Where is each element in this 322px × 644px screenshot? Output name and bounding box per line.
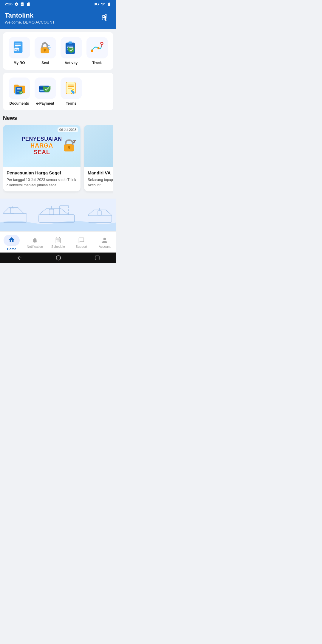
header: Tantolink Welcome, DEMO ACCOUNT bbox=[0, 8, 116, 29]
news-card-1-image: PENYESUAIAN HARGA SEAL bbox=[3, 125, 80, 167]
news-2-title: Mandiri VA bbox=[88, 170, 113, 175]
documents-icon-wrap bbox=[9, 78, 30, 99]
network-label: 3G bbox=[94, 2, 99, 6]
android-nav-bar bbox=[0, 253, 116, 263]
news-section: News PENYESUAIAN HARGA SEAL bbox=[0, 110, 116, 196]
header-subtitle: Welcome, DEMO ACCOUNT bbox=[5, 20, 55, 24]
epayment-label: e-Payment bbox=[36, 101, 54, 106]
news-1-date: 06 Jul 2023 bbox=[58, 127, 78, 132]
battery-icon bbox=[107, 2, 112, 6]
menu-item-activity[interactable]: Activity bbox=[60, 37, 83, 65]
svg-rect-13 bbox=[67, 46, 73, 47]
qr-icon bbox=[101, 14, 110, 22]
menu-item-epayment[interactable]: e-Payment bbox=[34, 78, 57, 106]
activity-label: Activity bbox=[65, 61, 78, 65]
menu-item-documents[interactable]: Documents bbox=[8, 78, 31, 106]
ship-illustration bbox=[0, 199, 116, 231]
status-right: 3G bbox=[94, 2, 112, 6]
svg-text:RO: RO bbox=[15, 49, 18, 51]
svg-rect-24 bbox=[17, 91, 20, 92]
svg-rect-33 bbox=[67, 88, 72, 89]
epayment-icon-wrap bbox=[35, 78, 56, 99]
menu-item-terms[interactable]: Terms bbox=[60, 78, 83, 106]
news-title: News bbox=[3, 115, 113, 121]
svg-point-19 bbox=[101, 43, 103, 44]
seal-icon-wrap bbox=[35, 37, 56, 58]
nav-item-support[interactable]: Support bbox=[72, 237, 90, 248]
svg-rect-22 bbox=[17, 88, 21, 89]
support-icon bbox=[78, 237, 85, 244]
home-icon bbox=[8, 236, 15, 243]
account-icon bbox=[101, 237, 108, 244]
nav-account-label: Account bbox=[99, 245, 111, 248]
menu-item-track[interactable]: Track bbox=[86, 37, 109, 65]
recents-button[interactable] bbox=[95, 255, 100, 261]
news-1-desc: Per tanggal 10 Juli 2023 semua saldo TLi… bbox=[7, 177, 77, 188]
terms-icon bbox=[64, 80, 79, 96]
menu-empty-slot bbox=[86, 78, 109, 106]
activity-icon-wrap bbox=[61, 37, 82, 58]
svg-rect-7 bbox=[17, 50, 19, 51]
svg-rect-23 bbox=[17, 89, 21, 90]
track-icon-wrap bbox=[86, 37, 108, 58]
track-label: Track bbox=[92, 61, 102, 65]
news-card-2-image: T link T bbox=[84, 125, 113, 167]
schedule-icon bbox=[55, 237, 61, 244]
my-ro-icon-wrap: RO bbox=[9, 37, 30, 58]
svg-rect-2 bbox=[15, 45, 21, 46]
status-time: 2:26 bbox=[5, 2, 13, 6]
qr-button[interactable] bbox=[100, 12, 112, 24]
seal-label: Seal bbox=[41, 61, 49, 65]
menu-item-seal[interactable]: Seal bbox=[34, 37, 57, 65]
news-card-1[interactable]: PENYESUAIAN HARGA SEAL bbox=[3, 125, 80, 191]
menu-item-my-ro[interactable]: RO My RO bbox=[8, 37, 31, 65]
news-2-desc: Sekarang topup d... dilakukan dengan... … bbox=[88, 177, 113, 188]
svg-rect-39 bbox=[69, 147, 70, 149]
document-icon: RO bbox=[12, 40, 27, 55]
seal-icon bbox=[38, 40, 53, 55]
notification-icon bbox=[32, 237, 38, 244]
svg-rect-12 bbox=[68, 41, 72, 44]
nav-schedule-label: Schedule bbox=[51, 245, 65, 248]
svg-point-17 bbox=[97, 47, 99, 49]
svg-point-16 bbox=[91, 49, 93, 52]
terms-label: Terms bbox=[66, 101, 76, 106]
nav-item-account[interactable]: Account bbox=[96, 237, 114, 248]
documents-label: Documents bbox=[10, 101, 29, 106]
nav-notification-label: Notification bbox=[27, 245, 43, 248]
svg-rect-32 bbox=[67, 86, 74, 87]
bottom-nav: Home Notification Schedule Support Accou… bbox=[0, 231, 116, 253]
svg-rect-3 bbox=[15, 47, 18, 48]
news-scroll[interactable]: PENYESUAIAN HARGA SEAL bbox=[3, 125, 113, 194]
documents-icon bbox=[12, 80, 27, 96]
svg-rect-31 bbox=[67, 85, 74, 86]
my-ro-label: My RO bbox=[13, 61, 25, 65]
svg-rect-6 bbox=[17, 49, 19, 49]
activity-icon bbox=[64, 40, 79, 55]
news-card-2[interactable]: T link T Mandiri VA Sekarang topup d... … bbox=[84, 125, 113, 191]
nav-item-notification[interactable]: Notification bbox=[26, 237, 44, 248]
back-button[interactable] bbox=[16, 255, 22, 261]
svg-rect-64 bbox=[95, 256, 99, 260]
nav-item-home[interactable]: Home bbox=[3, 235, 21, 251]
svg-rect-60 bbox=[88, 215, 112, 222]
news-1-title: Penyesuaian Harga Segel bbox=[7, 170, 77, 175]
status-bar: 2:26 3G bbox=[0, 0, 116, 8]
svg-rect-10 bbox=[44, 50, 45, 52]
nav-support-label: Support bbox=[76, 245, 87, 248]
gear-icon bbox=[14, 2, 18, 6]
epayment-icon bbox=[38, 80, 53, 96]
app-title: Tantolink bbox=[5, 12, 55, 19]
home-button[interactable] bbox=[55, 255, 61, 261]
sim-icon bbox=[20, 2, 24, 6]
terms-icon-wrap bbox=[61, 78, 82, 99]
svg-rect-1 bbox=[15, 44, 21, 44]
svg-point-63 bbox=[56, 256, 61, 260]
signal-icon bbox=[101, 2, 105, 6]
nav-home-label: Home bbox=[7, 247, 16, 251]
svg-rect-61 bbox=[98, 210, 101, 215]
svg-rect-55 bbox=[49, 209, 54, 215]
svg-rect-52 bbox=[10, 208, 14, 213]
menu-row2: Documents e-Payment bbox=[3, 73, 113, 110]
nav-item-schedule[interactable]: Schedule bbox=[49, 237, 67, 248]
